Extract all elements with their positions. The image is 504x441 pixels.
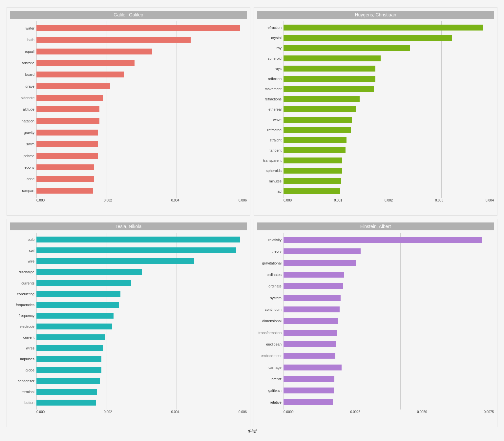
x-tick-label: 0.004 [486, 199, 494, 202]
bar-fill [36, 188, 93, 194]
bar-label: carriage [257, 366, 284, 369]
bar-container [36, 60, 247, 66]
x-axis-labels-galileo: 0.0000.0020.0040.006 [36, 199, 247, 202]
bar-row: lorentz [257, 375, 494, 383]
bar-label: theory [257, 249, 284, 253]
bar-container [284, 147, 494, 153]
bar-fill [284, 248, 361, 254]
bar-container [36, 302, 247, 308]
bar-row: ad [257, 188, 494, 195]
bar-label: spheroid [257, 56, 284, 60]
chart-panel-tesla: Tesla, Nikolabulbcoilwiredischargecurren… [7, 219, 250, 427]
bar-label: conducting [10, 292, 36, 296]
bar-label: discharge [10, 270, 36, 274]
bar-container [284, 353, 494, 359]
bar-row: theory [257, 248, 494, 255]
bar-container [284, 237, 494, 243]
bar-label: button [10, 401, 36, 405]
bar-row: grave [10, 83, 247, 90]
bar-row: ray [257, 44, 494, 52]
x-tick-label: 0.0000 [284, 410, 294, 414]
bar-label: reflexion [257, 77, 284, 81]
bar-label: straight [257, 138, 284, 142]
bar-container [36, 188, 247, 194]
bar-fill [284, 318, 338, 324]
bar-row: frequency [10, 312, 247, 319]
bar-fill [36, 60, 135, 66]
bar-fill [284, 388, 334, 393]
bar-container [284, 388, 494, 393]
bar-label: aristotle [10, 61, 36, 65]
x-tick-label: 0.006 [239, 199, 247, 202]
bar-label: equall [10, 50, 36, 53]
bar-row: galileian [257, 387, 494, 394]
bar-row: gravitational [257, 260, 494, 267]
bar-label: ebony [10, 165, 36, 169]
bar-label: refractions [257, 97, 284, 101]
x-axis-galileo: 0.0000.0020.0040.006 [10, 199, 247, 202]
bar-container [284, 127, 494, 133]
bar-label: currents [10, 281, 36, 285]
bar-label: relativity [257, 238, 284, 242]
bar-row: relativity [257, 236, 494, 243]
bar-row: gravity [10, 129, 247, 136]
x-tick-label: 0.0050 [417, 410, 427, 414]
bar-container [36, 164, 247, 170]
x-axis-einstein: 0.00000.00250.00500.0075 [257, 410, 494, 414]
bar-row: ordinate [257, 283, 494, 290]
bars-container-einstein: relativitytheorygravitationalordinatesor… [257, 233, 494, 410]
bar-label: refracted [257, 128, 284, 132]
bar-row: wires [10, 345, 247, 352]
chart-area-galileo: waterhathequallaristotleboardgravesideno… [10, 21, 247, 198]
bar-fill [36, 83, 110, 89]
bar-row: cone [10, 175, 247, 182]
bar-fill [284, 341, 336, 347]
bar-row: currents [10, 280, 247, 287]
bar-row: bulb [10, 236, 247, 243]
bar-label: euclidean [257, 342, 284, 346]
bar-row: discharge [10, 268, 247, 276]
bar-label: rampart [10, 189, 36, 193]
bar-fill [36, 49, 152, 54]
bar-label: galileian [257, 388, 284, 392]
bar-row: coil [10, 247, 247, 254]
bar-fill [284, 376, 334, 382]
bar-container [36, 141, 247, 147]
bar-container [284, 399, 494, 405]
bar-container [36, 237, 247, 242]
bar-container [36, 291, 247, 297]
bar-container [284, 25, 494, 31]
bar-container [284, 86, 494, 92]
bar-fill [284, 168, 342, 174]
bar-container [36, 118, 247, 124]
chart-title-tesla: Tesla, Nikola [10, 222, 247, 230]
bar-row: aristotle [10, 59, 247, 67]
bar-fill [36, 400, 96, 406]
x-tick-label: 0.000 [284, 199, 292, 202]
bar-row: impulses [10, 355, 247, 363]
bar-row: current [10, 334, 247, 341]
bar-row: ebony [10, 164, 247, 171]
bar-container [36, 176, 247, 182]
bar-fill [284, 35, 452, 41]
bars-container-galileo: waterhathequallaristotleboardgravesideno… [10, 21, 247, 198]
bar-fill [284, 295, 341, 301]
bar-container [36, 400, 247, 406]
bar-row: wave [257, 116, 494, 123]
bar-container [36, 280, 247, 286]
bar-fill [36, 258, 194, 264]
bar-label: spheroids [257, 169, 284, 173]
bar-label: wire [10, 259, 36, 263]
bar-label: crystal [257, 36, 284, 40]
bar-fill [36, 118, 99, 124]
bar-fill [36, 345, 103, 351]
bar-row: wire [10, 258, 247, 265]
bar-fill [284, 127, 351, 133]
x-axis-title: tf-idf [247, 429, 256, 434]
bar-container [284, 45, 494, 51]
bar-fill [284, 306, 340, 312]
bar-fill [284, 147, 346, 153]
bar-container [284, 295, 494, 301]
bar-container [284, 117, 494, 123]
bar-label: globe [10, 368, 36, 372]
